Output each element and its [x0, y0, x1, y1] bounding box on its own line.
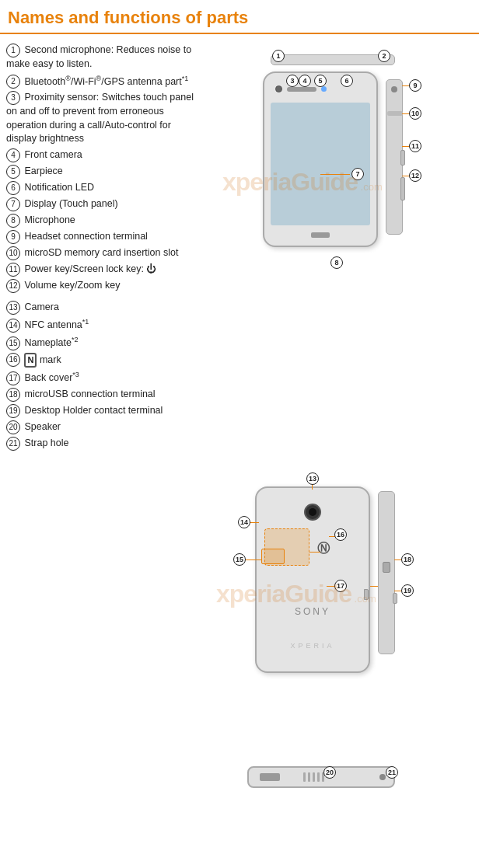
arrow-7: [320, 174, 350, 175]
part-6: 6 Notification LED: [6, 181, 196, 195]
callout-17: 17: [334, 580, 347, 592]
part-14: 14 NFC antenna*1: [6, 317, 196, 333]
power-key: [400, 150, 405, 166]
phone-back-body: Ⓝ SONY XPERIA: [255, 486, 370, 673]
front-camera-element: [275, 85, 282, 92]
screen-element: [271, 103, 370, 225]
callout-3: 3: [286, 75, 299, 87]
callout-19: 19: [401, 584, 414, 597]
volume-key: [400, 177, 405, 200]
callout-12: 12: [409, 169, 421, 182]
desktop-holder-contacts: [393, 593, 397, 604]
callout-1: 1: [272, 50, 285, 62]
callout-6: 6: [341, 75, 353, 87]
callout-4: 4: [299, 75, 311, 87]
part-9: 9 Headset connection terminal: [6, 230, 196, 244]
callout-7-container: 7: [351, 168, 364, 180]
bottom-bar: [247, 766, 395, 788]
part-5: 5 Earpiece: [6, 165, 196, 179]
callout-10: 10: [409, 107, 421, 120]
back-diagram: xperiaGuide .com Ⓝ SONY XPE: [208, 463, 473, 836]
back-camera-element: [304, 504, 321, 521]
front-diagram: xperiaGuide .com 1 2: [208, 44, 473, 448]
headset-port: [391, 86, 397, 92]
nameplate-indicator: [261, 549, 285, 564]
callout-18: 18: [401, 553, 414, 566]
callout-5: 5: [314, 75, 327, 87]
part-12: 12 Volume key/Zoom key: [6, 279, 196, 293]
phone-side-body: [386, 79, 403, 235]
part-11: 11 Power key/Screen lock key: ⏻: [6, 263, 196, 277]
callout-11: 11: [409, 140, 421, 152]
part-1: 1 Second microphone: Reduces noise to ma…: [6, 44, 196, 71]
callout-15: 15: [233, 553, 246, 566]
nfc-arrow: [309, 552, 320, 553]
part-18: 18 microUSB connection terminal: [6, 388, 196, 402]
back-camera-lens: [309, 508, 316, 516]
part-8: 8 Microphone: [6, 214, 196, 228]
callout-2: 2: [378, 50, 390, 62]
part-7: 7 Display (Touch panel): [6, 197, 196, 211]
phone-front-body: [263, 71, 378, 247]
usb-side-port: [383, 562, 390, 573]
part-17: 17 Back cover*3: [6, 370, 196, 385]
part-16: 16 N mark: [6, 353, 196, 368]
callout-14: 14: [238, 516, 250, 528]
part-13: 13 Camera: [6, 301, 196, 315]
n-mark-element: Ⓝ: [317, 541, 330, 557]
parts-list-front: 1 Second microphone: Reduces noise to ma…: [0, 40, 202, 836]
earpiece-element: [287, 87, 316, 92]
speaker-grille: [303, 772, 324, 782]
part-15: 15 Nameplate*2: [6, 335, 196, 350]
callout-9: 9: [409, 79, 421, 92]
strap-hole-element: [379, 774, 386, 780]
diagrams-area: xperiaGuide .com 1 2: [202, 40, 479, 836]
callout-16: 16: [334, 528, 347, 541]
bottom-port: [260, 773, 280, 781]
part-10: 10 microSD memory card insertion slot: [6, 246, 196, 260]
page-title: Names and functions of parts: [0, 0, 479, 34]
arrow-15: [245, 559, 262, 560]
callout-21: 21: [386, 766, 398, 779]
callout-8: 8: [330, 256, 343, 269]
phone-side-back: [378, 491, 395, 654]
part-19: 19 Desktop Holder contact terminal: [6, 404, 196, 418]
notification-led-element: [321, 86, 327, 92]
part-3: 3 Proximity sensor: Switches touch panel…: [6, 91, 196, 146]
microphone-port: [311, 232, 330, 238]
xperia-label: XPERIA: [290, 642, 334, 650]
top-bar-element: [271, 54, 395, 65]
part-2: 2 Bluetooth®/Wi-Fi®/GPS antenna part*1: [6, 74, 196, 89]
part-4: 4 Front camera: [6, 148, 196, 162]
part-20: 20 Speaker: [6, 420, 196, 434]
arrow-14: [250, 522, 259, 523]
part-21: 21 Strap hole: [6, 437, 196, 451]
sony-brand: SONY: [295, 606, 330, 617]
microsd-slot: [387, 111, 403, 116]
callout-13: 13: [306, 472, 319, 485]
usb-port-side: [364, 589, 369, 600]
callout-20: 20: [323, 766, 336, 779]
callout-7: 7: [351, 168, 364, 180]
